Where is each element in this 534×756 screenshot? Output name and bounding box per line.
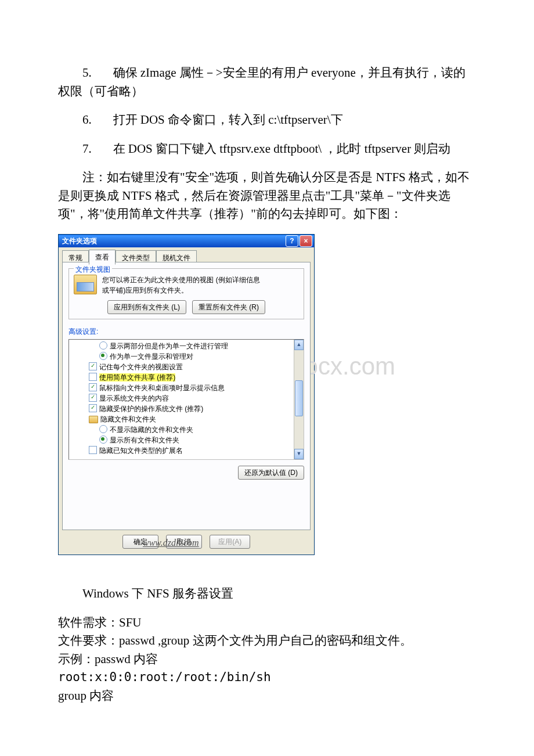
simple-sharing-option: 使用简单文件共享 (推荐)	[99, 373, 175, 381]
help-button[interactable]: ?	[286, 235, 298, 247]
list-item[interactable]: 不显示隐藏的文件和文件夹	[71, 424, 301, 435]
list-item[interactable]: ✓使用简单文件共享 (推荐)	[71, 372, 301, 383]
group-label-text: group 内容	[58, 687, 476, 705]
nfs-heading: Windows 下 NFS 服务器设置	[58, 585, 476, 603]
checkbox-icon[interactable]: ✓	[89, 404, 97, 412]
restore-defaults-button[interactable]: 还原为默认值 (D)	[238, 466, 304, 480]
apply-all-folders-button[interactable]: 应用到所有文件夹 (L)	[107, 300, 186, 314]
reset-all-folders-button[interactable]: 重置所有文件夹 (R)	[192, 300, 265, 314]
list-item[interactable]: 显示两部分但是作为单一文件进行管理	[71, 341, 301, 351]
step-text: 在 DOS 窗口下键入 tftpsrv.exe dtftpboot\ ，此时 t…	[113, 142, 451, 156]
checkbox-icon[interactable]: ✓	[89, 383, 97, 391]
scroll-down-arrow[interactable]: ▼	[294, 449, 304, 459]
view-description: 您可以将正在为此文件夹使用的视图 (例如详细信息或平铺)应用到所有文件夹。	[102, 275, 265, 296]
list-item[interactable]: ✓显示系统文件夹的内容	[71, 393, 301, 404]
checkbox-icon[interactable]: ✓	[89, 373, 97, 381]
file-req: 文件要求：passwd ,group 这两个文件为用户自己的密码和组文件。	[58, 632, 476, 650]
dialog-buttons: 确定 取消 www.dzdlt.com 应用(A)	[62, 530, 311, 551]
step-text: 确保 zImage 属性－>安全里的有用户 everyone，并且有执行，读的权…	[58, 66, 466, 98]
advanced-settings-label: 高级设置:	[68, 326, 304, 337]
dialog-title: 文件夹选项	[62, 235, 97, 247]
step-number: 7.	[82, 142, 92, 156]
list-item[interactable]: ✓隐藏已知文件类型的扩展名	[71, 445, 301, 456]
list-item[interactable]: 隐藏文件和文件夹	[71, 414, 301, 424]
tab-panel-view: 文件夹视图 您可以将正在为此文件夹使用的视图 (例如详细信息或平铺)应用到所有文…	[62, 262, 311, 530]
radio-icon[interactable]	[99, 352, 107, 360]
radio-icon[interactable]	[99, 435, 107, 444]
folder-small-icon	[89, 416, 98, 423]
note-paragraph: 注：如右键里没有"安全"选项，则首先确认分区是否是 NTFS 格式，如不是则更换…	[58, 168, 476, 224]
dialog-titlebar[interactable]: 文件夹选项 ? ×	[59, 235, 314, 247]
scrollbar[interactable]: ▲ ▼	[294, 340, 304, 459]
step-6: 6. 打开 DOS 命令窗口，转入到 c:\tftpserver\下	[58, 111, 476, 129]
scroll-thumb[interactable]	[295, 380, 303, 416]
scroll-up-arrow[interactable]: ▲	[294, 340, 304, 350]
url-watermark: www.dzdlt.com	[143, 536, 199, 550]
document-page: 5. 确保 zImage 属性－>安全里的有用户 everyone，并且有执行，…	[0, 0, 534, 740]
list-item[interactable]: ✓记住每个文件夹的视图设置	[71, 362, 301, 372]
close-button[interactable]: ×	[300, 235, 312, 247]
step-7: 7. 在 DOS 窗口下键入 tftpsrv.exe dtftpboot\ ，此…	[58, 140, 476, 159]
folder-view-group: 文件夹视图 您可以将正在为此文件夹使用的视图 (例如详细信息或平铺)应用到所有文…	[68, 268, 304, 319]
step-text: 打开 DOS 命令窗口，转入到 c:\tftpserver\下	[113, 113, 343, 127]
list-item[interactable]: ✓隐藏受保护的操作系统文件 (推荐)	[71, 404, 301, 414]
folder-icon	[74, 275, 97, 294]
apply-button[interactable]: 应用(A)	[210, 535, 250, 549]
dialog-body: 常规查看文件类型脱机文件 文件夹视图 您可以将正在为此文件夹使用的视图 (例如详…	[59, 247, 314, 555]
checkbox-icon[interactable]: ✓	[89, 362, 97, 370]
software-req: 软件需求：SFU	[58, 614, 476, 632]
checkbox-icon[interactable]: ✓	[89, 446, 97, 454]
list-item[interactable]: 作为单一文件显示和管理对	[71, 351, 301, 362]
passwd-content: root:x:0:0:root:/root:/bin/sh	[58, 668, 476, 687]
list-item[interactable]: 显示所有文件和文件夹	[71, 435, 301, 445]
list-item[interactable]: ✓鼠标指向文件夹和桌面项时显示提示信息	[71, 383, 301, 393]
tab-view[interactable]: 查看	[89, 250, 116, 265]
step-number: 5.	[82, 66, 92, 80]
radio-icon[interactable]	[99, 341, 107, 350]
step-5: 5. 确保 zImage 属性－>安全里的有用户 everyone，并且有执行，…	[58, 64, 476, 100]
example-label: 示例：passwd 内容	[58, 650, 476, 669]
folder-options-dialog: .bdocx.com ↖ 文件夹选项 ? × 常规查看文件类型脱机文件 文件夹视…	[58, 234, 315, 555]
step-number: 6.	[82, 113, 92, 127]
advanced-settings-list[interactable]: 显示两部分但是作为单一文件进行管理 作为单一文件显示和管理对 ✓记住每个文件夹的…	[68, 339, 304, 460]
radio-icon[interactable]	[99, 425, 107, 433]
group-label: 文件夹视图	[74, 264, 112, 275]
checkbox-icon[interactable]: ✓	[89, 394, 97, 402]
tab-strip: 常规查看文件类型脱机文件	[62, 250, 311, 262]
